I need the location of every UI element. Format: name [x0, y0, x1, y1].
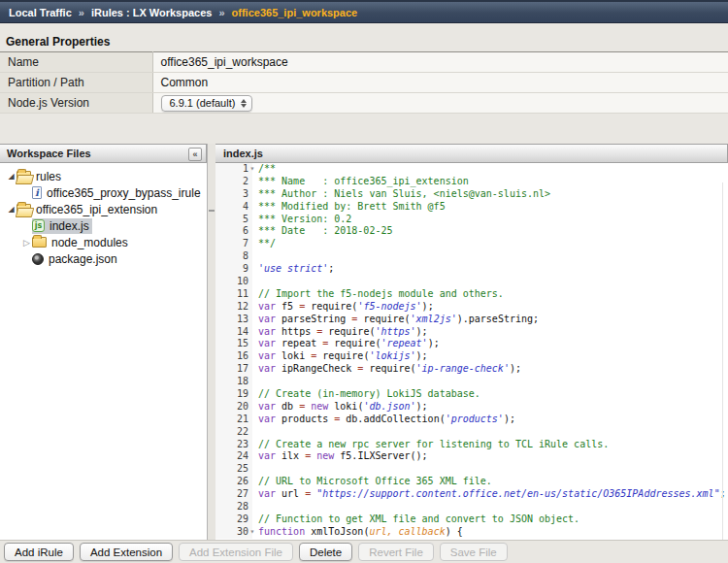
- tree-item-label: office365_proxy_bypass_irule: [45, 185, 204, 201]
- token-keyword: var: [258, 363, 276, 374]
- code-line: 8: [215, 250, 728, 263]
- code-text: // Create a new rpc server for listening…: [252, 439, 609, 451]
- code-line: 18: [215, 376, 728, 388]
- code-text: var https = require('https');: [252, 326, 428, 339]
- breadcrumb-current-page: office365_ipi_workspace: [232, 7, 358, 18]
- code-line: 4*** Modified by: Brett Smith @f5: [215, 201, 728, 214]
- workspace-files-panel: Workspace Files « ◢rulesoffice365_proxy_…: [0, 144, 208, 540]
- general-properties-table: Nameoffice365_ipi_workspacePartition / P…: [0, 51, 728, 114]
- token-comment: // Function to get XML file and convert …: [258, 513, 579, 524]
- token-plain: require(: [363, 363, 415, 374]
- delete-button[interactable]: Delete: [299, 543, 352, 561]
- code-text: *** Version: 0.2: [252, 214, 351, 226]
- tree-item-rules[interactable]: ◢rules: [0, 168, 207, 184]
- code-line: 21var products = db.addCollection('produ…: [215, 414, 728, 426]
- caret-expanded-icon[interactable]: ◢: [6, 205, 17, 214]
- fold-toggle-icon[interactable]: ▾: [248, 526, 256, 539]
- tree-item-label: package.json: [47, 251, 120, 267]
- token-plain: require(: [316, 350, 369, 361]
- token-string: 'f5-nodejs': [357, 301, 421, 312]
- token-plain: );: [510, 363, 521, 374]
- irule-file-icon: [32, 186, 42, 199]
- caret-collapsed-icon[interactable]: ▷: [21, 238, 32, 248]
- js-file-icon: [32, 219, 45, 232]
- code-line: 22: [215, 426, 728, 439]
- line-number: 27: [215, 488, 252, 501]
- code-text: [252, 276, 258, 288]
- caret-expanded-icon[interactable]: ◢: [6, 172, 17, 181]
- line-number: 30▾: [215, 526, 252, 539]
- tree-item-content: index.js: [32, 218, 92, 234]
- tree-item-content: office365_ipi_extension: [17, 202, 160, 217]
- code-text: **/: [252, 238, 276, 250]
- code-line: 13var parseString = require('xml2js').pa…: [215, 314, 728, 326]
- code-line: 12var f5 = require('f5-nodejs');: [215, 301, 728, 314]
- token-plain: require(: [322, 326, 375, 337]
- collapse-panel-button[interactable]: «: [188, 148, 202, 161]
- line-number: 19: [215, 388, 252, 401]
- token-plain: db.addCollection(: [340, 414, 445, 424]
- add-extension-file-button: Add Extension File: [179, 543, 293, 561]
- code-text: [252, 426, 258, 439]
- code-line: 2*** Name : office365_ipi_extension: [215, 176, 728, 188]
- code-text: var loki = require('lokijs');: [252, 350, 428, 363]
- code-text: *** Name : office365_ipi_extension: [252, 176, 469, 188]
- code-line: 16var loki = require('lokijs');: [215, 350, 728, 363]
- token-plain: );: [416, 401, 428, 412]
- token-string: 'db.json': [363, 401, 415, 412]
- code-text: // Create (in-memory) LokiJS database.: [252, 388, 480, 401]
- property-label: Name: [0, 52, 152, 73]
- arrow-up-icon: [241, 99, 247, 103]
- token-keyword: function: [258, 526, 305, 537]
- code-text: var f5 = require('f5-nodejs');: [252, 301, 434, 314]
- panel-splitter[interactable]: [208, 144, 215, 540]
- code-line: 7**/: [215, 238, 728, 250]
- token-comment: **/: [258, 238, 276, 248]
- token-plain: ilx: [276, 450, 305, 461]
- breadcrumb-link[interactable]: iRules : LX Workspaces: [91, 7, 213, 18]
- nodejs-version-select[interactable]: 6.9.1 (default): [161, 95, 253, 112]
- code-line: 3*** Author : Niels van Sluis, <niels@va…: [215, 188, 728, 201]
- tree-item-package-json[interactable]: package.json: [0, 250, 207, 267]
- add-extension-button[interactable]: Add Extension: [80, 543, 173, 561]
- token-string: "https://support.content.office.net/en-u…: [316, 488, 719, 499]
- workspace-files-tree: ◢rulesoffice365_proxy_bypass_irule◢offic…: [0, 163, 207, 267]
- code-line: 11// Import the f5-nodejs module and oth…: [215, 288, 728, 301]
- property-value: office365_ipi_workspace: [152, 52, 728, 73]
- select-arrows-icon: [241, 99, 247, 108]
- tree-item-label: rules: [34, 169, 64, 184]
- code-line: 10: [215, 276, 728, 288]
- line-number: 14: [215, 326, 252, 339]
- code-text: [252, 463, 258, 476]
- breadcrumb-link[interactable]: Local Traffic: [9, 7, 72, 18]
- tree-item-office365-ipi-extension[interactable]: ◢office365_ipi_extension: [0, 201, 207, 217]
- property-label: Node.js Version: [0, 93, 152, 114]
- token-string: 'lokijs': [369, 350, 415, 361]
- property-row: Nameoffice365_ipi_workspace: [0, 52, 728, 73]
- package-file-icon: [32, 253, 44, 265]
- code-text: var db = new loki('db.json');: [252, 401, 428, 414]
- token-plain: ).parseString;: [457, 314, 539, 324]
- token-plain: loki(: [328, 401, 363, 412]
- tree-item-content: rules: [17, 169, 64, 184]
- token-plain: require(: [357, 314, 410, 324]
- add-irule-button[interactable]: Add iRule: [4, 543, 74, 561]
- tree-item-index-js[interactable]: index.js: [0, 217, 207, 234]
- code-text: var url = "https://support.content.offic…: [252, 488, 726, 501]
- fold-toggle-icon[interactable]: ▾: [248, 163, 256, 176]
- line-number: 16: [215, 350, 252, 363]
- tree-item-node-modules[interactable]: ▷node_modules: [0, 234, 207, 250]
- code-line: 23// Create a new rpc server for listeni…: [215, 439, 728, 451]
- tree-item-office365-proxy-bypass-irule[interactable]: office365_proxy_bypass_irule: [0, 184, 207, 201]
- code-text: *** Author : Niels van Sluis, <niels@van…: [252, 188, 550, 201]
- tree-item-content: node_modules: [32, 235, 131, 250]
- code-editor[interactable]: 1▾/**2*** Name : office365_ipi_extension…: [215, 163, 728, 540]
- token-param: url, callback: [369, 526, 445, 537]
- line-number: 24: [215, 450, 252, 463]
- token-keyword: var: [258, 488, 276, 499]
- code-line: 28: [215, 501, 728, 513]
- line-number: 12: [215, 301, 252, 314]
- token-string: 'https': [375, 326, 415, 337]
- line-number: 29: [215, 513, 252, 526]
- code-line: 15var repeat = require('repeat');: [215, 338, 728, 350]
